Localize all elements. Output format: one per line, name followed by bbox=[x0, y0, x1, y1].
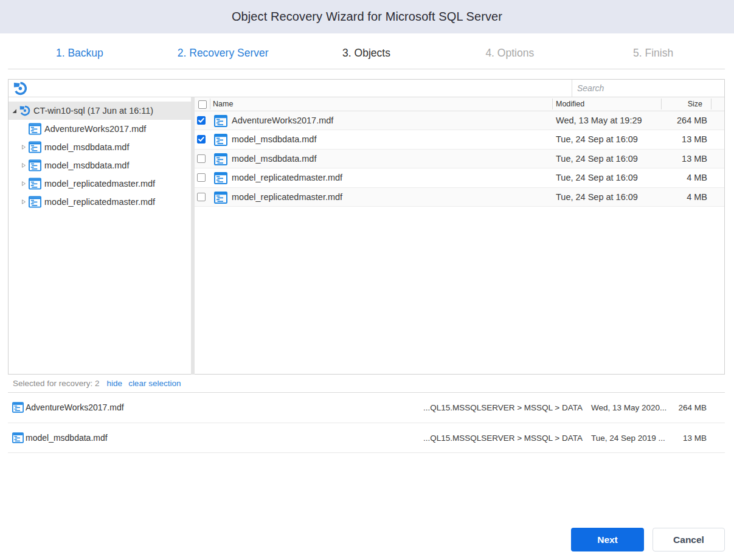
window-titlebar: Object Recovery Wizard for Microsoft SQL… bbox=[0, 0, 734, 33]
row-checkbox[interactable] bbox=[197, 135, 206, 143]
file-row[interactable]: AdventureWorks2017.mdf Wed, 13 May at 19… bbox=[195, 111, 724, 130]
column-header-size[interactable]: Size bbox=[661, 97, 702, 111]
table-header: Name Modified Size bbox=[195, 97, 724, 111]
selected-items-list: AdventureWorks2017.mdf ...QL15.MSSQLSERV… bbox=[8, 393, 725, 453]
selected-item-row[interactable]: AdventureWorks2017.mdf ...QL15.MSSQLSERV… bbox=[8, 393, 725, 423]
collapsed-arrow-icon[interactable] bbox=[21, 163, 26, 168]
selected-item-name: AdventureWorks2017.mdf bbox=[26, 393, 124, 423]
tree-item[interactable]: model_msdbdata.mdf bbox=[9, 156, 191, 175]
column-header-modified[interactable]: Modified bbox=[556, 97, 584, 111]
column-separator bbox=[711, 99, 711, 109]
restore-refresh-icon bbox=[13, 81, 27, 95]
database-file-icon bbox=[214, 115, 227, 127]
file-name: model_msdbdata.mdf bbox=[232, 150, 316, 168]
file-name: model_replicatedmaster.mdf bbox=[232, 188, 342, 206]
search-input[interactable] bbox=[572, 80, 724, 97]
row-checkbox[interactable] bbox=[197, 193, 206, 201]
wizard-steps: 1. Backup 2. Recovery Server 3. Objects … bbox=[8, 33, 725, 69]
database-file-icon bbox=[214, 172, 227, 184]
selection-summary-bar: Selected for recovery: 2 hide clear sele… bbox=[8, 375, 725, 393]
file-name: model_msdbdata.mdf bbox=[232, 130, 316, 148]
file-row[interactable]: model_msdbdata.mdf Tue, 24 Sep at 16:09 … bbox=[195, 130, 724, 149]
database-file-icon bbox=[214, 134, 227, 146]
database-file-icon bbox=[29, 178, 41, 190]
select-all-checkbox[interactable] bbox=[198, 100, 207, 109]
database-file-icon bbox=[29, 123, 41, 135]
step-finish: 5. Finish bbox=[581, 33, 725, 69]
tree-item[interactable]: model_replicatedmaster.mdf bbox=[9, 193, 191, 211]
file-size: 4 MB bbox=[639, 188, 707, 206]
file-row[interactable]: model_replicatedmaster.mdf Tue, 24 Sep a… bbox=[195, 188, 724, 207]
refresh-button[interactable] bbox=[13, 81, 27, 95]
cancel-button[interactable]: Cancel bbox=[653, 528, 725, 551]
file-size: 264 MB bbox=[639, 111, 707, 130]
selected-item-path: ...QL15.MSSQLSERVER > MSSQL > DATA bbox=[423, 423, 583, 453]
restore-point-icon bbox=[19, 105, 30, 116]
check-icon bbox=[198, 136, 205, 143]
file-modified: Tue, 24 Sep at 16:09 bbox=[556, 188, 638, 206]
column-header-name[interactable]: Name bbox=[213, 97, 233, 111]
file-modified: Tue, 24 Sep at 16:09 bbox=[556, 168, 638, 187]
backup-tree-panel: CT-win10-sql (17 Jun at 16:11) Adventure… bbox=[9, 97, 191, 375]
database-file-icon bbox=[12, 432, 24, 443]
database-file-icon bbox=[214, 153, 227, 165]
step-options: 4. Options bbox=[438, 33, 581, 69]
tree-item-label: model_msdbdata.mdf bbox=[44, 161, 129, 170]
tree-item[interactable]: model_msdbdata.mdf bbox=[9, 138, 191, 156]
file-row[interactable]: model_replicatedmaster.mdf Tue, 24 Sep a… bbox=[195, 168, 724, 187]
step-backup[interactable]: 1. Backup bbox=[8, 33, 151, 69]
toolbar bbox=[9, 80, 724, 97]
column-separator bbox=[210, 99, 210, 109]
hide-link[interactable]: hide bbox=[107, 379, 123, 388]
step-recovery-server[interactable]: 2. Recovery Server bbox=[151, 33, 295, 69]
selected-item-date: Wed, 13 May 2020... bbox=[591, 393, 666, 423]
expanded-arrow-icon[interactable] bbox=[12, 109, 17, 114]
file-modified: Wed, 13 May at 19:29 bbox=[556, 111, 642, 130]
database-file-icon bbox=[29, 196, 41, 208]
file-size: 13 MB bbox=[639, 130, 707, 148]
database-file-icon bbox=[29, 159, 41, 171]
selected-item-size: 264 MB bbox=[678, 393, 707, 423]
selected-item-date: Tue, 24 Sep 2019 ... bbox=[591, 423, 665, 453]
collapsed-arrow-icon[interactable] bbox=[21, 181, 26, 186]
tree-root-label: CT-win10-sql (17 Jun at 16:11) bbox=[33, 106, 153, 116]
tree-item[interactable]: model_replicatedmaster.mdf bbox=[9, 175, 191, 193]
window-title: Object Recovery Wizard for Microsoft SQL… bbox=[232, 10, 502, 24]
search-box bbox=[572, 80, 724, 97]
selection-count-label: Selected for recovery: 2 bbox=[13, 379, 100, 388]
step-objects[interactable]: 3. Objects bbox=[295, 33, 438, 69]
file-row[interactable]: model_msdbdata.mdf Tue, 24 Sep at 16:09 … bbox=[195, 150, 724, 168]
file-size: 4 MB bbox=[639, 168, 707, 187]
selected-item-path: ...QL15.MSSQLSERVER > MSSQL > DATA bbox=[423, 393, 583, 423]
selected-item-size: 13 MB bbox=[683, 423, 707, 453]
row-checkbox[interactable] bbox=[197, 173, 206, 182]
row-checkbox[interactable] bbox=[197, 116, 206, 125]
database-file-icon bbox=[12, 402, 24, 413]
selected-item-row[interactable]: model_msdbdata.mdf ...QL15.MSSQLSERVER >… bbox=[8, 423, 725, 454]
file-modified: Tue, 24 Sep at 16:09 bbox=[556, 150, 638, 168]
file-size: 13 MB bbox=[639, 150, 707, 168]
column-separator bbox=[552, 99, 553, 109]
file-name: model_replicatedmaster.mdf bbox=[232, 168, 342, 187]
collapsed-arrow-icon[interactable] bbox=[21, 145, 26, 150]
file-modified: Tue, 24 Sep at 16:09 bbox=[556, 130, 638, 148]
files-table: Name Modified Size AdventureWorks2017.md… bbox=[195, 97, 724, 375]
database-file-icon bbox=[214, 192, 227, 204]
next-button[interactable]: Next bbox=[571, 528, 644, 551]
tree-item-label: model_replicatedmaster.mdf bbox=[44, 197, 155, 207]
tree-item-label: model_msdbdata.mdf bbox=[44, 142, 129, 152]
tree-item-label: AdventureWorks2017.mdf bbox=[44, 124, 146, 134]
tree-root-item[interactable]: CT-win10-sql (17 Jun at 16:11) bbox=[9, 102, 191, 120]
row-checkbox[interactable] bbox=[197, 154, 206, 163]
objects-workspace: CT-win10-sql (17 Jun at 16:11) Adventure… bbox=[8, 79, 725, 375]
check-icon bbox=[198, 117, 205, 124]
file-name: AdventureWorks2017.mdf bbox=[232, 111, 333, 130]
tree-item-label: model_replicatedmaster.mdf bbox=[44, 179, 155, 188]
clear-selection-link[interactable]: clear selection bbox=[128, 379, 181, 388]
tree-item[interactable]: AdventureWorks2017.mdf bbox=[9, 120, 191, 138]
selected-item-name: model_msdbdata.mdf bbox=[26, 423, 108, 453]
database-file-icon bbox=[29, 141, 41, 153]
collapsed-arrow-icon[interactable] bbox=[21, 199, 26, 204]
